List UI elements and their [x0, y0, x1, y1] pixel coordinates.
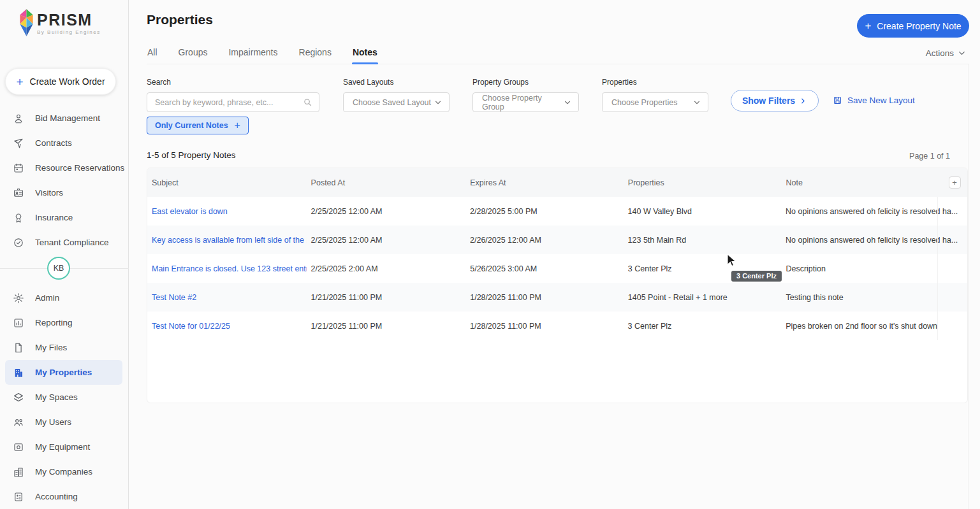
sidebar-item-visitors[interactable]: Visitors — [5, 180, 122, 205]
sidebar-nav-secondary: Admin Reporting My Files My Properties M… — [0, 285, 129, 509]
table-row: East elevator is down 2/25/2025 12:00 AM… — [147, 197, 967, 226]
sidebar-item-my-companies[interactable]: My Companies — [5, 459, 122, 484]
pagination-status: Page 1 of 1 — [909, 152, 950, 161]
users-icon — [13, 417, 24, 428]
tab-bar: All Groups Impairments Regions Notes — [147, 45, 969, 64]
plus-icon: + — [16, 76, 23, 88]
search-icon — [303, 97, 312, 107]
person-icon — [13, 113, 24, 124]
plus-icon: + — [865, 20, 871, 32]
note-subject-link[interactable]: East elevator is down — [152, 207, 228, 216]
tab-impairments[interactable]: Impairments — [228, 45, 278, 64]
note-subject-link[interactable]: Test Note for 01/22/25 — [152, 322, 230, 331]
properties-cell: 140 W Valley Blvd — [624, 207, 782, 216]
note-subject-link[interactable]: Key access is available from left side o… — [152, 236, 307, 245]
column-header-note[interactable]: Note — [781, 178, 937, 187]
property-tooltip: 3 Center Plz — [731, 271, 782, 282]
building-icon — [13, 367, 24, 378]
chevron-down-icon — [692, 98, 701, 107]
sidebar-item-reporting[interactable]: Reporting — [5, 310, 122, 335]
sidebar-item-my-properties[interactable]: My Properties — [5, 360, 122, 385]
brand-name: PRISM — [37, 11, 101, 29]
show-filters-button[interactable]: Show Filters — [731, 90, 819, 111]
sidebar-item-my-users[interactable]: My Users — [5, 410, 122, 434]
column-header-posted-at[interactable]: Posted At — [307, 178, 466, 187]
calendar-icon — [13, 162, 24, 174]
table-row: Main Entrance is closed. Use 123 street … — [147, 254, 967, 283]
properties-cell: 123 5th Main Rd — [624, 236, 782, 245]
prism-logo: PRISM By Building Engines — [18, 8, 101, 38]
properties-filter-label: Properties — [602, 78, 637, 87]
seal-check-icon — [13, 237, 24, 248]
posted-at-cell: 1/21/2025 11:00 PM — [307, 322, 466, 331]
table-row: Test Note for 01/22/25 1/21/2025 11:00 P… — [147, 312, 967, 340]
expires-at-cell: 1/28/2025 11:00 PM — [465, 293, 624, 302]
expires-at-cell: 2/26/2025 12:00 AM — [465, 236, 624, 245]
sidebar-item-bid-management[interactable]: Bid Management — [5, 106, 122, 131]
table-row: Key access is available from left side o… — [147, 226, 967, 254]
sidebar: PRISM By Building Engines + Create Work … — [0, 0, 129, 509]
calculator-icon — [13, 491, 24, 503]
property-groups-label: Property Groups — [472, 78, 529, 87]
note-cell: Testing this note — [781, 293, 937, 302]
column-header-expires-at[interactable]: Expires At — [465, 178, 624, 187]
sidebar-item-tenant-compliance[interactable]: Tenant Compliance — [5, 230, 122, 255]
sidebar-item-insurance[interactable]: Insurance — [5, 205, 122, 230]
main-content: Properties + Create Property Note All Gr… — [129, 0, 980, 509]
search-input[interactable] — [147, 98, 303, 107]
equipment-icon — [13, 441, 24, 453]
sidebar-item-my-files[interactable]: My Files — [5, 335, 122, 360]
sidebar-item-admin[interactable]: Admin — [5, 285, 122, 310]
sidebar-item-contracts[interactable]: Contracts — [5, 131, 122, 155]
medal-icon — [13, 212, 24, 224]
expires-at-cell: 1/28/2025 11:00 PM — [465, 322, 624, 331]
layers-icon — [13, 392, 24, 403]
id-badge-icon — [13, 187, 24, 199]
user-avatar[interactable]: KB — [47, 257, 70, 280]
sidebar-item-my-equipment[interactable]: My Equipment — [5, 434, 122, 459]
save-icon — [833, 96, 842, 105]
sidebar-item-resource-reservations[interactable]: Resource Reservations — [5, 155, 122, 180]
tab-notes[interactable]: Notes — [352, 45, 378, 64]
search-field — [147, 92, 319, 112]
prism-logo-mark-icon — [18, 8, 35, 38]
only-current-notes-chip[interactable]: Only Current Notes + — [147, 117, 249, 134]
expires-at-cell: 5/26/2025 3:00 AM — [465, 264, 624, 273]
saved-layouts-select[interactable]: Choose Saved Layout — [343, 92, 450, 112]
note-cell: No opinions answered oh felicity is reso… — [781, 236, 937, 245]
properties-cell: 1405 Point - Retail + 1 more — [624, 293, 782, 302]
add-column-button[interactable]: + — [949, 176, 961, 189]
note-cell: No opinions answered oh felicity is reso… — [781, 207, 937, 216]
saved-layouts-label: Saved Layouts — [343, 78, 393, 87]
create-work-order-button[interactable]: + Create Work Order — [5, 68, 116, 95]
create-property-note-button[interactable]: + Create Property Note — [857, 14, 969, 38]
sidebar-item-my-spaces[interactable]: My Spaces — [5, 385, 122, 410]
property-groups-select[interactable]: Choose Property Group — [472, 92, 579, 112]
file-icon — [13, 342, 24, 354]
chevron-down-icon — [957, 48, 967, 58]
page-title: Properties — [147, 12, 213, 27]
properties-select[interactable]: Choose Properties — [602, 92, 708, 112]
note-cell: Description — [781, 264, 937, 273]
column-header-properties[interactable]: Properties — [624, 178, 782, 187]
table-header-row: Subject Posted At Expires At Properties … — [147, 168, 967, 197]
expires-at-cell: 2/28/2025 5:00 PM — [465, 207, 624, 216]
column-header-subject[interactable]: Subject — [147, 178, 307, 187]
tab-regions[interactable]: Regions — [298, 45, 332, 64]
tab-all[interactable]: All — [147, 45, 158, 64]
posted-at-cell: 2/25/2025 2:00 AM — [307, 264, 466, 273]
table-row: Test Note #2 1/21/2025 11:00 PM 1/28/202… — [147, 283, 967, 312]
brand-tagline: By Building Engines — [37, 29, 101, 35]
results-summary: 1-5 of 5 Property Notes — [147, 150, 236, 160]
posted-at-cell: 2/25/2025 12:00 AM — [307, 236, 466, 245]
property-notes-table: Subject Posted At Expires At Properties … — [147, 168, 968, 403]
actions-dropdown[interactable]: Actions — [926, 48, 967, 58]
save-new-layout-button[interactable]: Save New Layout — [833, 96, 915, 105]
sidebar-item-accounting[interactable]: Accounting — [5, 484, 122, 509]
search-label: Search — [147, 78, 171, 87]
note-subject-link[interactable]: Main Entrance is closed. Use 123 street … — [152, 264, 307, 273]
tab-groups[interactable]: Groups — [178, 45, 208, 64]
note-subject-link[interactable]: Test Note #2 — [152, 293, 196, 302]
plus-icon: + — [235, 120, 240, 131]
bar-chart-icon — [13, 317, 24, 329]
